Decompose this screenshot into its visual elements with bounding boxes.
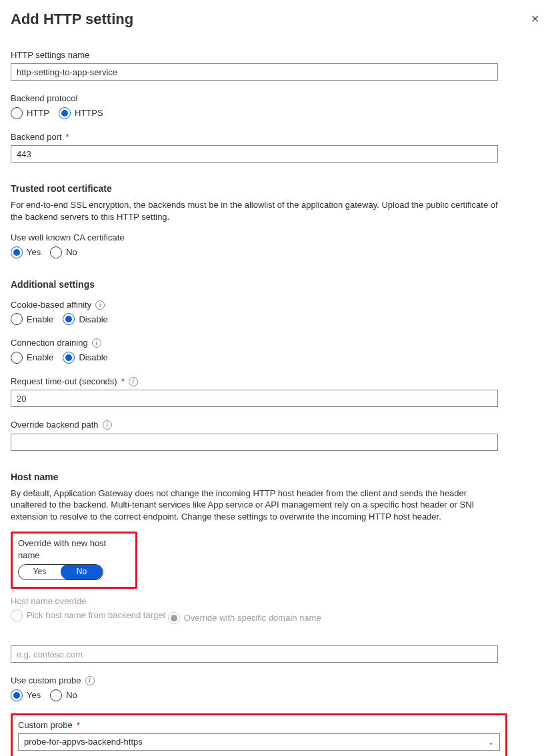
override-new-host-toggle[interactable]: Yes No xyxy=(18,564,103,580)
backend-protocol-http-radio[interactable]: HTTP xyxy=(11,107,49,119)
radio-icon xyxy=(11,352,23,364)
info-icon[interactable]: i xyxy=(103,420,112,430)
radio-icon xyxy=(11,313,23,325)
chevron-down-icon: ⌄ xyxy=(488,737,494,747)
required-asterisk: * xyxy=(66,131,69,143)
override-backend-path-label: Override backend path i xyxy=(11,419,543,431)
label-text: Use well known CA certificate xyxy=(11,232,125,244)
request-timeout-input[interactable] xyxy=(11,390,498,407)
radio-label: Override with specific domain name xyxy=(184,612,321,624)
cookie-affinity-enable-radio[interactable]: Enable xyxy=(11,313,53,325)
close-icon[interactable]: ✕ xyxy=(527,9,543,29)
backend-protocol-https-radio[interactable]: HTTPS xyxy=(59,107,103,119)
host-name-override-pick-radio: Pick host name from backend target xyxy=(11,609,165,621)
request-timeout-label: Request time-out (seconds) * i xyxy=(11,376,543,388)
label-text: Host name override xyxy=(11,595,86,607)
http-settings-name-input[interactable] xyxy=(11,63,498,81)
override-new-host-label: Override with new host name xyxy=(18,538,130,561)
override-new-host-yes[interactable]: Yes xyxy=(19,564,61,579)
custom-probe-callout: Custom probe * probe-for-appvs-backend-h… xyxy=(11,713,507,756)
label-text: Custom probe xyxy=(18,719,73,731)
override-host-callout: Override with new host name Yes No xyxy=(11,532,137,588)
radio-icon xyxy=(59,107,71,119)
label-text: Request time-out (seconds) xyxy=(11,376,117,388)
well-known-ca-no-radio[interactable]: No xyxy=(50,246,77,258)
label-text: Use custom probe xyxy=(11,675,81,687)
additional-settings-title: Additional settings xyxy=(11,278,543,291)
host-name-override-domain-radio: Override with specific domain name xyxy=(168,612,321,624)
label-text: Override with new host name xyxy=(18,538,130,561)
label-text: Backend port xyxy=(11,131,62,143)
label-text: Backend protocol xyxy=(11,93,77,105)
trusted-root-cert-title: Trusted root certificate xyxy=(11,183,543,195)
radio-icon xyxy=(63,352,75,364)
connection-draining-disable-radio[interactable]: Disable xyxy=(63,352,107,364)
label-text: HTTP settings name xyxy=(11,49,89,61)
trusted-root-cert-desc: For end-to-end SSL encryption, the backe… xyxy=(11,199,501,222)
host-name-override-label: Host name override xyxy=(11,595,543,607)
well-known-ca-label: Use well known CA certificate xyxy=(11,232,543,244)
backend-protocol-label: Backend protocol xyxy=(11,93,543,105)
label-text: Override backend path xyxy=(11,419,99,431)
info-icon[interactable]: i xyxy=(129,377,138,386)
info-icon[interactable]: i xyxy=(95,300,105,310)
radio-label: Disable xyxy=(79,352,107,364)
radio-icon xyxy=(50,246,62,258)
radio-icon xyxy=(11,609,23,621)
select-value: probe-for-appvs-backend-https xyxy=(24,736,143,748)
use-custom-probe-label: Use custom probe i xyxy=(11,675,543,687)
radio-label: Disable xyxy=(79,314,107,326)
radio-label: Yes xyxy=(27,246,41,258)
connection-draining-label: Connection draining i xyxy=(11,337,543,349)
radio-icon xyxy=(11,689,23,701)
radio-label: Enable xyxy=(27,352,53,364)
required-asterisk: * xyxy=(77,719,80,731)
radio-label: HTTPS xyxy=(75,107,103,119)
radio-icon xyxy=(11,246,23,258)
page-title: Add HTTP setting xyxy=(11,9,133,29)
required-asterisk: * xyxy=(121,376,125,388)
use-custom-probe-yes-radio[interactable]: Yes xyxy=(11,689,41,701)
radio-label: Enable xyxy=(27,314,53,326)
radio-label: No xyxy=(66,689,77,701)
radio-icon xyxy=(11,107,23,119)
well-known-ca-yes-radio[interactable]: Yes xyxy=(11,246,41,258)
custom-probe-select[interactable]: probe-for-appvs-backend-https ⌄ xyxy=(18,733,500,751)
radio-label: Yes xyxy=(27,689,41,701)
host-name-desc: By default, Application Gateway does not… xyxy=(11,488,501,523)
info-icon[interactable]: i xyxy=(92,338,101,348)
host-name-title: Host name xyxy=(11,471,543,484)
custom-probe-label: Custom probe * xyxy=(18,719,500,731)
connection-draining-enable-radio[interactable]: Enable xyxy=(11,352,53,364)
override-new-host-no[interactable]: No xyxy=(61,564,103,579)
radio-icon xyxy=(63,313,75,325)
radio-label: Pick host name from backend target xyxy=(27,609,165,621)
cookie-affinity-disable-radio[interactable]: Disable xyxy=(63,313,107,325)
backend-port-label: Backend port * xyxy=(11,131,543,143)
http-settings-name-label: HTTP settings name xyxy=(11,49,543,61)
label-text: Cookie-based affinity xyxy=(11,299,91,311)
radio-icon xyxy=(168,612,180,624)
use-custom-probe-no-radio[interactable]: No xyxy=(50,689,77,701)
cookie-affinity-label: Cookie-based affinity i xyxy=(11,299,543,311)
radio-icon xyxy=(50,689,62,701)
specific-domain-input[interactable] xyxy=(11,645,498,663)
backend-port-input[interactable] xyxy=(11,145,498,163)
override-backend-path-input[interactable] xyxy=(11,434,498,451)
label-text: Connection draining xyxy=(11,337,88,349)
radio-label: HTTP xyxy=(27,107,49,119)
info-icon[interactable]: i xyxy=(85,676,95,685)
radio-label: No xyxy=(66,246,77,258)
